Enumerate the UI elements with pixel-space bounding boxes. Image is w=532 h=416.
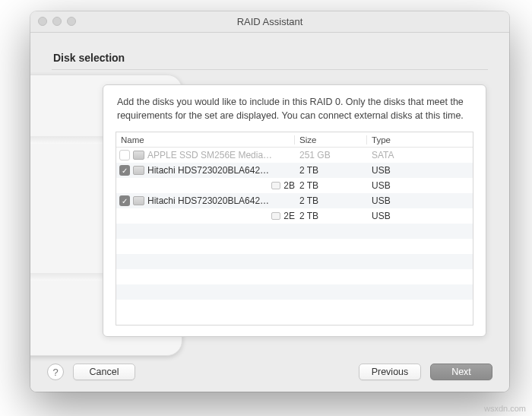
disk-type: USB xyxy=(367,165,473,176)
table-row-empty xyxy=(116,269,473,284)
content-area: Disk selection Add the disks you would l… xyxy=(30,33,509,392)
bottom-bar: ? Cancel Previous Next xyxy=(30,352,509,392)
minimize-icon[interactable] xyxy=(52,17,62,26)
disk-type: USB xyxy=(367,211,473,221)
help-icon: ? xyxy=(52,367,58,378)
table-row-empty xyxy=(116,284,473,300)
disk-name: Hitachi HDS723020BLA642… xyxy=(147,195,269,206)
table-row-empty xyxy=(116,254,473,269)
heading-divider xyxy=(52,69,488,70)
disk-type: USB xyxy=(367,180,473,191)
previous-button[interactable]: Previous xyxy=(359,364,421,380)
disk-table: Name Size Type APPLE SSD SM256E Media… 2… xyxy=(116,132,473,325)
checkbox-spacer xyxy=(119,180,245,191)
table-row-empty xyxy=(116,224,473,239)
next-button[interactable]: Next xyxy=(430,364,492,380)
table-row-empty xyxy=(116,239,473,254)
traffic-lights xyxy=(38,17,76,26)
column-header-size[interactable]: Size xyxy=(295,135,367,144)
disk-size: 2 TB xyxy=(295,165,367,176)
disk-icon xyxy=(133,151,144,160)
checkbox[interactable]: ✓ xyxy=(119,165,130,176)
table-row[interactable]: APPLE SSD SM256E Media… 251 GB SATA xyxy=(116,148,473,163)
close-icon[interactable] xyxy=(38,17,47,26)
disk-type: USB xyxy=(367,195,473,206)
table-row[interactable]: 2B 2 TB USB xyxy=(116,178,473,193)
disk-name: APPLE SSD SM256E Media… xyxy=(147,150,272,160)
table-row[interactable]: ✓ Hitachi HDS723020BLA642… 2 TB USB xyxy=(116,163,473,178)
help-button[interactable]: ? xyxy=(47,364,64,380)
volume-icon xyxy=(271,212,280,220)
raid-assistant-window: RAID Assistant Disk selection Add the di… xyxy=(30,11,509,392)
table-body: APPLE SSD SM256E Media… 251 GB SATA ✓ Hi… xyxy=(116,148,473,315)
disk-name: 2E xyxy=(283,211,295,221)
table-row[interactable]: ✓ Hitachi HDS723020BLA642… 2 TB USB xyxy=(116,193,473,208)
disk-name: Hitachi HDS723020BLA642… xyxy=(147,165,269,176)
disk-name: 2B xyxy=(283,180,295,191)
table-row-empty xyxy=(116,300,473,315)
table-header: Name Size Type xyxy=(116,132,473,148)
checkbox-spacer xyxy=(119,211,245,221)
titlebar: RAID Assistant xyxy=(30,11,509,33)
disk-size: 2 TB xyxy=(295,180,367,191)
cancel-button[interactable]: Cancel xyxy=(73,364,135,380)
watermark: wsxdn.com xyxy=(484,404,526,413)
disk-size: 251 GB xyxy=(295,150,367,160)
column-header-type[interactable]: Type xyxy=(367,135,473,144)
disk-type: SATA xyxy=(367,150,473,160)
disk-icon xyxy=(133,196,144,205)
zoom-icon[interactable] xyxy=(67,17,76,26)
checkbox[interactable]: ✓ xyxy=(119,195,130,206)
window-title: RAID Assistant xyxy=(237,16,303,27)
volume-icon xyxy=(271,182,280,189)
page-heading: Disk selection xyxy=(53,52,125,64)
column-header-name[interactable]: Name xyxy=(116,135,295,144)
disk-size: 2 TB xyxy=(295,211,367,221)
selection-panel: Add the disks you would like to include … xyxy=(103,84,486,337)
disk-icon xyxy=(133,166,144,175)
instructions-text: Add the disks you would like to include … xyxy=(103,85,486,132)
table-row[interactable]: 2E 2 TB USB xyxy=(116,208,473,224)
disk-size: 2 TB xyxy=(295,195,367,206)
checkbox[interactable] xyxy=(119,150,130,160)
